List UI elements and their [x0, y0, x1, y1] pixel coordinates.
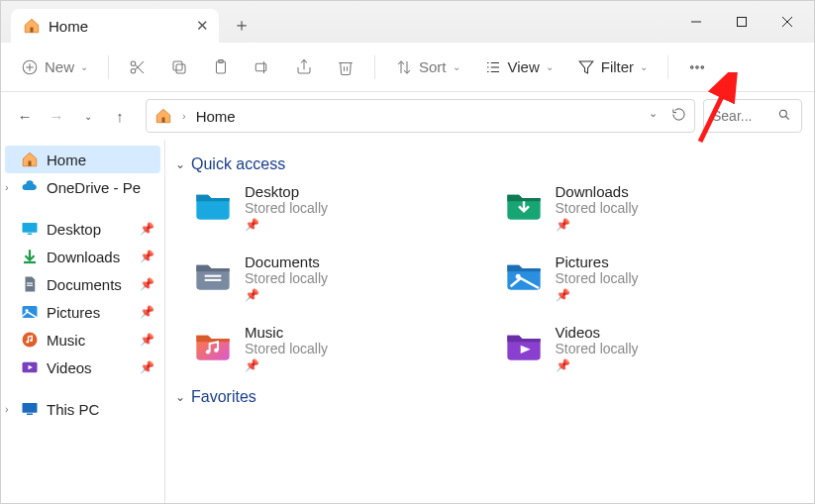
cloud-icon [21, 178, 39, 196]
chevron-down-icon: ⌄ [546, 61, 554, 72]
svg-line-10 [136, 64, 144, 72]
music-icon [21, 331, 39, 349]
view-button[interactable]: View ⌄ [476, 52, 561, 82]
sidebar-item-music[interactable]: Music 📌 [1, 326, 164, 353]
quick-item-sub: Stored locally [245, 341, 328, 356]
quick-item-title: Downloads [556, 183, 639, 200]
refresh-button[interactable] [671, 107, 686, 126]
maximize-button[interactable] [719, 7, 764, 37]
more-button[interactable] [680, 52, 714, 82]
quick-item-music[interactable]: Music Stored locally 📌 [193, 324, 494, 372]
pin-icon: 📌 [245, 358, 328, 372]
svg-point-53 [214, 349, 218, 353]
quick-item-pictures[interactable]: Pictures Stored locally 📌 [504, 253, 805, 302]
quick-access-grid: Desktop Stored locally 📌 Downloads Store… [193, 183, 804, 372]
quick-item-documents[interactable]: Documents Stored locally 📌 [193, 253, 494, 302]
quick-item-sub: Stored locally [556, 270, 639, 286]
sidebar-item-pictures[interactable]: Pictures 📌 [1, 298, 164, 326]
content: ⌄ Quick access Desktop Stored locally 📌 [165, 140, 814, 503]
sidebar-item-label: Desktop [47, 221, 101, 238]
address-bar[interactable]: › Home ⌄ [146, 99, 695, 133]
delete-button[interactable] [329, 52, 362, 82]
sidebar-item-desktop[interactable]: Desktop 📌 [1, 215, 164, 243]
sidebar-item-label: This PC [47, 401, 99, 418]
chevron-down-icon: ⌄ [175, 390, 185, 404]
svg-rect-39 [27, 285, 33, 286]
pin-icon: 📌 [245, 288, 328, 302]
pin-icon: 📌 [140, 305, 154, 319]
search-input[interactable] [712, 108, 771, 124]
svg-rect-35 [23, 223, 38, 233]
new-button[interactable]: New ⌄ [13, 52, 96, 82]
view-label: View [508, 58, 540, 75]
rename-icon [254, 58, 271, 76]
svg-rect-31 [162, 118, 165, 123]
sidebar-item-videos[interactable]: Videos 📌 [1, 353, 164, 381]
new-tab-button[interactable]: ＋ [233, 13, 251, 37]
search-box[interactable] [703, 99, 802, 133]
svg-point-43 [26, 341, 29, 344]
svg-rect-2 [738, 18, 747, 27]
svg-rect-47 [23, 403, 38, 413]
section-title: Quick access [191, 155, 285, 173]
svg-point-32 [779, 110, 786, 117]
recent-dropdown[interactable]: ⌄ [76, 104, 100, 128]
scissors-icon [129, 58, 147, 76]
clipboard-icon [212, 58, 230, 76]
svg-rect-34 [29, 161, 32, 166]
document-icon [21, 275, 39, 293]
separator [108, 55, 109, 79]
sort-button[interactable]: Sort ⌄ [387, 52, 468, 82]
svg-rect-0 [31, 28, 34, 33]
sidebar-item-onedrive[interactable]: › OneDrive - Pe [1, 173, 164, 201]
svg-point-30 [701, 65, 703, 67]
svg-rect-12 [176, 64, 185, 73]
quick-item-sub: Stored locally [556, 341, 639, 356]
sidebar-item-label: Pictures [47, 304, 100, 321]
quick-item-downloads[interactable]: Downloads Stored locally 📌 [504, 183, 805, 232]
home-icon [23, 17, 41, 35]
up-button[interactable]: ↑ [108, 104, 132, 128]
svg-rect-36 [28, 234, 33, 236]
quick-item-videos[interactable]: Videos Stored locally 📌 [504, 324, 805, 372]
close-button[interactable] [764, 7, 810, 37]
share-button[interactable] [287, 52, 321, 82]
svg-point-44 [30, 339, 33, 342]
filter-button[interactable]: Filter ⌄ [569, 52, 656, 82]
address-dropdown[interactable]: ⌄ [649, 107, 658, 126]
cut-button[interactable] [121, 52, 154, 82]
sidebar-item-documents[interactable]: Documents 📌 [1, 270, 164, 298]
sidebar-item-home[interactable]: Home [5, 146, 160, 173]
chevron-down-icon: ⌄ [453, 61, 460, 72]
section-quick-access[interactable]: ⌄ Quick access [175, 155, 804, 173]
chevron-down-icon: ⌄ [175, 157, 185, 171]
sidebar-item-thispc[interactable]: › This PC [1, 395, 164, 423]
browser-tab[interactable]: Home ✕ [11, 9, 219, 43]
svg-point-29 [696, 65, 698, 67]
copy-button[interactable] [162, 52, 196, 82]
pictures-folder-icon [504, 253, 544, 293]
toolbar: New ⌄ Sort ⌄ View ⌄ Filter ⌄ [1, 43, 814, 92]
back-button[interactable]: ← [13, 104, 37, 128]
download-icon [21, 248, 39, 265]
home-icon [21, 151, 39, 168]
view-icon [484, 58, 502, 76]
desktop-folder-icon [193, 183, 233, 223]
tab-close-button[interactable]: ✕ [196, 17, 209, 35]
window-controls [673, 7, 810, 37]
svg-marker-27 [579, 61, 593, 73]
paste-button[interactable] [204, 52, 238, 82]
expand-icon[interactable]: › [5, 181, 9, 193]
quick-item-desktop[interactable]: Desktop Stored locally 📌 [193, 183, 494, 232]
minimize-button[interactable] [673, 7, 719, 37]
rename-button[interactable] [246, 52, 279, 82]
sidebar-item-downloads[interactable]: Downloads 📌 [1, 243, 164, 270]
forward-button[interactable]: → [45, 104, 68, 128]
sidebar-item-label: Home [47, 151, 86, 168]
titlebar: Home ✕ ＋ [1, 1, 814, 43]
svg-point-42 [23, 333, 38, 348]
quick-item-sub: Stored locally [556, 200, 639, 216]
sidebar: Home › OneDrive - Pe Desktop 📌 Downloads… [1, 140, 165, 503]
section-favorites[interactable]: ⌄ Favorites [175, 388, 804, 406]
expand-icon[interactable]: › [5, 403, 9, 415]
